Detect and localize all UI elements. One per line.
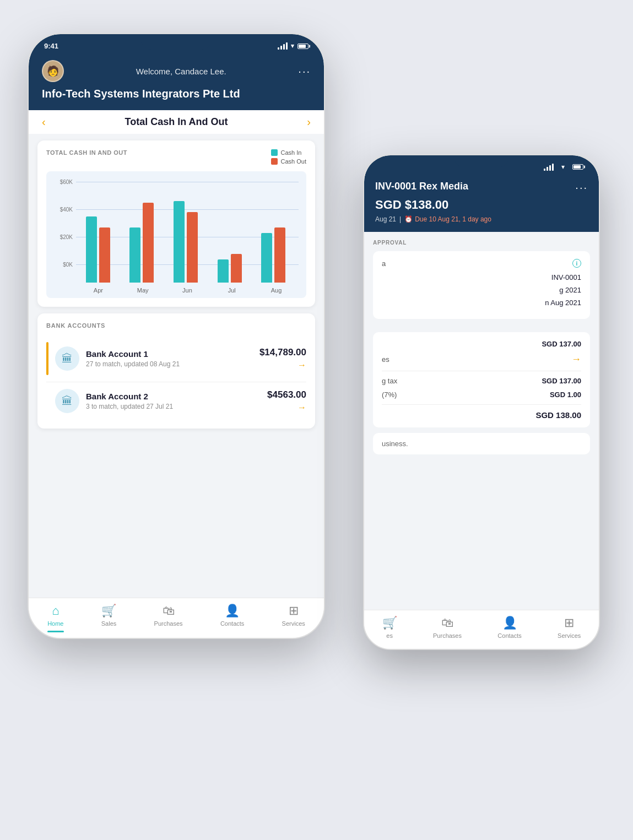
x-label-may: May [131,287,155,294]
p2-nav-purchases-label: Purchases [433,632,462,639]
p2-nav-sales[interactable]: 🛒 es [382,616,397,639]
bars-area [76,199,295,283]
approval-a-label: a [382,259,386,268]
line-items-section: SGD 137.00 es → g tax SGD 137.00 [364,332,599,454]
phone-1: 9:41 ▾ 🧑 We [28,33,325,639]
p2-nav-sales-label: es [386,632,393,639]
approval-card: a i INV-0001 g 2021 n [373,251,590,319]
bottom-nav: ⌂ Home 🛒 Sales 🛍 Purchases 👤 Contacts ⊞ [29,598,324,638]
line-items-card: SGD 137.00 es → g tax SGD 137.00 [373,332,590,427]
date1-value: g 2021 [559,286,581,294]
note-text: usiness. [382,440,408,448]
p2-nav-contacts-label: Contacts [497,632,521,639]
nav-home-label: Home [47,620,63,627]
prev-arrow[interactable]: ‹ [42,116,46,128]
nav-purchases[interactable]: 🛍 Purchases [154,604,183,627]
p2-bottom-nav: 🛒 es 🛍 Purchases 👤 Contacts ⊞ Services [364,610,599,649]
p2-date-row: Aug 21 | ⏰ Due 10 Aug 21, 1 day ago [375,215,588,223]
p2-services-icon: ⊞ [564,616,574,630]
line-arrow-link[interactable]: → [571,354,581,365]
info-icon[interactable]: i [572,259,581,268]
battery-icon [297,44,309,49]
nav-sales[interactable]: 🛒 Sales [101,604,117,627]
nav-home[interactable]: ⌂ Home [47,604,63,627]
p2-header: INV-0001 Rex Media ··· SGD $138.00 Aug 2… [364,175,599,232]
line-total: SGD 138.00 [382,410,581,420]
bar-jul-out [231,254,242,283]
p2-scroll-area[interactable]: APPROVAL a i INV-0001 g 2021 [364,232,599,610]
approval-label: APPROVAL [373,240,590,246]
clock-icon: ⏰ [404,215,413,223]
tax-base-value: SGD 137.00 [542,377,581,385]
bank-name-1: Bank Account 1 [86,349,259,359]
tax-label: (7%) [382,391,397,399]
line-label-link: es [382,355,389,364]
line-value-1: SGD 137.00 [542,340,581,348]
bank-arrow-1[interactable]: → [259,360,306,370]
bank-arrow-2[interactable]: → [267,403,306,413]
x-label-jun: Jun [175,287,199,294]
bank-subtitle-2: 3 to match, updated 27 Jul 21 [86,403,267,410]
legend-out: Cash Out [271,158,306,165]
p2-header-row: INV-0001 Rex Media ··· [375,181,588,194]
p2-sales-icon: 🛒 [382,616,397,630]
next-arrow[interactable]: › [307,116,311,128]
legend-in-dot [271,149,278,156]
line-item-link[interactable]: es → [382,354,581,365]
y-label-40k: $40K [54,207,73,213]
avatar[interactable]: 🧑 [42,60,64,82]
bar-group-jul [218,254,242,283]
date1-row: g 2021 [382,286,581,294]
bar-group-aug [261,227,285,283]
bar-may-out [143,203,154,283]
bank-amount-2: $4563.00 [267,389,306,400]
legend-in: Cash In [271,149,306,156]
bank-item-1[interactable]: 🏛 Bank Account 1 27 to match, updated 08… [46,335,306,382]
line-item-1: SGD 137.00 [382,340,581,348]
signal-icon [278,42,288,50]
bar-apr-in [86,216,97,283]
line-item-tax-base: g tax SGD 137.00 [382,377,581,385]
legend-out-dot [271,158,278,165]
nav-sales-label: Sales [101,620,117,627]
due-badge: ⏰ Due 10 Aug 21, 1 day ago [404,215,491,223]
bar-jun-in [174,201,185,283]
legend-out-label: Cash Out [281,158,306,165]
chart-nav-title: Total Cash In And Out [125,116,228,128]
bar-aug-out [274,227,285,283]
notch [140,34,212,50]
inv-ref-value: INV-0001 [551,273,581,281]
status-icons: ▾ [278,42,309,50]
nav-contacts[interactable]: 👤 Contacts [220,604,244,627]
bar-apr-out [99,227,110,283]
p2-nav-contacts[interactable]: 👤 Contacts [497,616,521,639]
y-label-60k: $60K [54,179,73,185]
p2-contacts-icon: 👤 [502,616,517,630]
bank-item-2[interactable]: 🏛 Bank Account 2 3 to match, updated 27 … [46,382,306,420]
p2-more-button[interactable]: ··· [575,181,588,194]
more-button[interactable]: ··· [298,65,311,78]
total-value: SGD 138.00 [535,410,581,420]
wifi-icon: ▾ [291,42,294,50]
totals-section: g tax SGD 137.00 (7%) SGD 1.00 SGD 138 [382,371,581,420]
bar-jun-out [187,212,198,283]
home-icon: ⌂ [52,604,59,618]
y-label-0k: $0K [54,262,73,268]
p2-nav-services-label: Services [558,632,581,639]
bank-subtitle-1: 27 to match, updated 08 Aug 21 [86,360,259,368]
bar-group-may [129,203,154,283]
nav-services[interactable]: ⊞ Services [282,604,305,627]
approval-row-1: a i [382,259,581,268]
p2-inv-title: INV-0001 Rex Media [375,181,468,192]
p2-nav-services[interactable]: ⊞ Services [558,616,581,639]
p2-nav-purchases[interactable]: 🛍 Purchases [433,616,462,639]
bank-amount-1: $14,789.00 [259,347,306,358]
date2-row: n Aug 2021 [382,299,581,307]
chart-area: $60K $40K $20K $0K [54,179,299,284]
inv-ref-row: INV-0001 [382,273,581,281]
p2-date: Aug 21 [375,215,396,223]
due-text: Due 10 Aug 21, 1 day ago [415,215,491,223]
bank-icon-1: 🏛 [55,346,79,371]
x-label-aug: Aug [264,287,289,294]
sales-icon: 🛒 [101,604,116,618]
